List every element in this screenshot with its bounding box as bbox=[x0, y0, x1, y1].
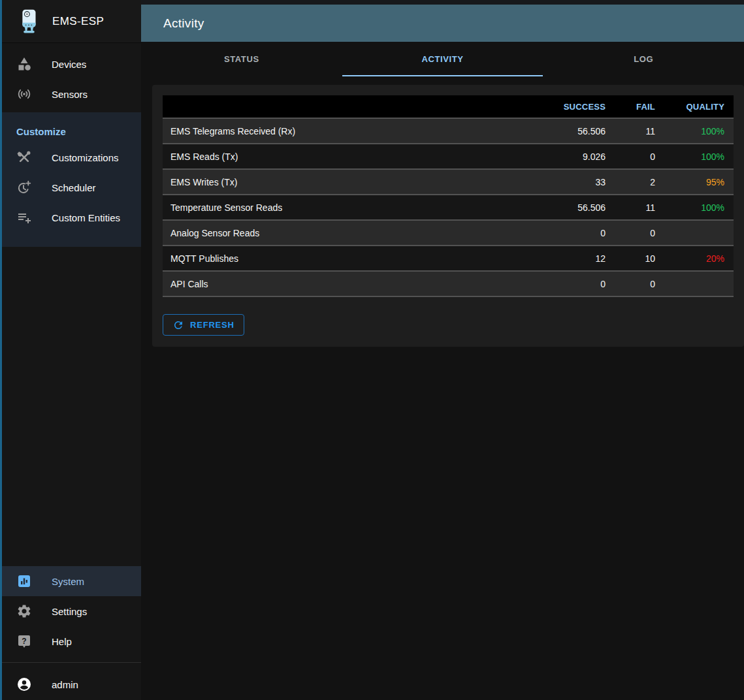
playlist-add-icon bbox=[16, 210, 32, 225]
more-time-icon bbox=[16, 180, 32, 195]
sidebar-item-label: Devices bbox=[52, 59, 86, 70]
stat-quality bbox=[655, 271, 734, 296]
table-row: EMS Writes (Tx) 33 2 95% bbox=[163, 169, 734, 195]
stat-label: API Calls bbox=[163, 271, 514, 296]
stat-fail: 2 bbox=[606, 169, 655, 195]
col-fail: FAIL bbox=[606, 95, 655, 118]
refresh-icon bbox=[172, 319, 184, 331]
stat-label: MQTT Publishes bbox=[163, 246, 514, 271]
sidebar-item-system[interactable]: System bbox=[2, 566, 141, 596]
sensors-icon bbox=[16, 86, 32, 102]
stat-success: 0 bbox=[514, 271, 606, 296]
sidebar-item-label: Scheduler bbox=[52, 182, 96, 193]
stat-success: 33 bbox=[514, 169, 606, 195]
brand: EMS-ESP bbox=[2, 0, 141, 43]
table-row: Analog Sensor Reads 0 0 bbox=[163, 220, 734, 246]
sidebar-item-devices[interactable]: Devices bbox=[2, 49, 141, 79]
stat-quality: 100% bbox=[655, 118, 734, 144]
appbar: Activity bbox=[141, 5, 744, 42]
sidebar-item-label: Sensors bbox=[52, 89, 88, 100]
table-row: Temperature Sensor Reads 56.506 11 100% bbox=[163, 195, 734, 220]
stat-fail: 0 bbox=[606, 220, 655, 246]
stat-label: Analog Sensor Reads bbox=[163, 220, 514, 246]
account-circle-icon bbox=[16, 676, 32, 692]
col-quality: QUALITY bbox=[655, 95, 734, 118]
sidebar-top-group: Devices Sensors bbox=[2, 43, 141, 109]
user-label: admin bbox=[52, 679, 78, 690]
sidebar-spacer bbox=[2, 247, 141, 566]
sidebar: EMS-ESP Devices Sensors Customize bbox=[2, 0, 141, 700]
stat-fail: 11 bbox=[606, 195, 655, 220]
tab-label: LOG bbox=[634, 54, 653, 64]
stat-label: EMS Writes (Tx) bbox=[163, 169, 514, 195]
stat-quality bbox=[655, 220, 734, 246]
sidebar-item-label: Settings bbox=[52, 606, 87, 617]
help-icon: ? bbox=[16, 633, 32, 649]
page-title: Activity bbox=[163, 16, 204, 31]
sidebar-item-customizations[interactable]: Customizations bbox=[2, 142, 141, 172]
tab-label: STATUS bbox=[224, 54, 259, 64]
gear-icon bbox=[16, 603, 32, 619]
stat-fail: 10 bbox=[606, 246, 655, 271]
table-row: EMS Reads (Tx) 9.026 0 100% bbox=[163, 144, 734, 169]
stat-label: EMS Telegrams Received (Rx) bbox=[163, 118, 514, 144]
stat-quality: 100% bbox=[655, 195, 734, 220]
col-blank bbox=[163, 95, 514, 118]
sidebar-bottom-group: System Settings ? Help bbox=[2, 566, 141, 656]
stat-success: 0 bbox=[514, 220, 606, 246]
sidebar-item-label: Customizations bbox=[52, 152, 119, 163]
activity-card: SUCCESS FAIL QUALITY EMS Telegrams Recei… bbox=[152, 85, 744, 347]
tab-indicator bbox=[342, 75, 543, 76]
sidebar-item-sensors[interactable]: Sensors bbox=[2, 79, 141, 109]
stat-fail: 0 bbox=[606, 271, 655, 296]
tab-bar: STATUS ACTIVITY LOG bbox=[141, 42, 744, 76]
tab-status[interactable]: STATUS bbox=[141, 42, 342, 76]
main-area: Activity STATUS ACTIVITY LOG SUCCESS FAI… bbox=[141, 0, 744, 700]
table-row: MQTT Publishes 12 10 20% bbox=[163, 246, 734, 271]
sidebar-item-label: Help bbox=[52, 636, 72, 647]
table-row: API Calls 0 0 bbox=[163, 271, 734, 296]
stat-success: 12 bbox=[514, 246, 606, 271]
table-row: EMS Telegrams Received (Rx) 56.506 11 10… bbox=[163, 118, 734, 144]
stat-success: 56.506 bbox=[514, 118, 606, 144]
tab-label: ACTIVITY bbox=[421, 54, 463, 64]
stat-success: 9.026 bbox=[514, 144, 606, 169]
sidebar-item-label: Custom Entities bbox=[52, 212, 120, 223]
sidebar-item-label: System bbox=[52, 576, 84, 587]
tab-activity[interactable]: ACTIVITY bbox=[342, 42, 543, 76]
stat-label: Temperature Sensor Reads bbox=[163, 195, 514, 220]
stat-quality: 20% bbox=[655, 246, 734, 271]
category-icon bbox=[16, 56, 32, 72]
customize-section: Customize Customizations Schedul bbox=[2, 112, 141, 247]
stat-quality: 100% bbox=[655, 144, 734, 169]
analytics-icon bbox=[16, 573, 32, 589]
stat-quality: 95% bbox=[655, 169, 734, 195]
sidebar-item-user[interactable]: admin bbox=[2, 669, 141, 700]
refresh-button[interactable]: REFRESH bbox=[163, 314, 244, 336]
sidebar-item-settings[interactable]: Settings bbox=[2, 596, 141, 626]
brand-title: EMS-ESP bbox=[52, 15, 104, 28]
customize-section-title: Customize bbox=[2, 120, 141, 142]
svg-text:?: ? bbox=[22, 637, 26, 646]
sidebar-item-scheduler[interactable]: Scheduler bbox=[2, 172, 141, 202]
boiler-logo-icon bbox=[15, 7, 42, 37]
tab-log[interactable]: LOG bbox=[543, 42, 744, 76]
sidebar-item-help[interactable]: ? Help bbox=[2, 626, 141, 656]
col-success: SUCCESS bbox=[514, 95, 606, 118]
sidebar-divider bbox=[2, 662, 141, 663]
stat-label: EMS Reads (Tx) bbox=[163, 144, 514, 169]
table-header-row: SUCCESS FAIL QUALITY bbox=[163, 95, 734, 118]
activity-table: SUCCESS FAIL QUALITY EMS Telegrams Recei… bbox=[163, 95, 734, 297]
refresh-button-label: REFRESH bbox=[190, 320, 235, 330]
window-top-strip bbox=[141, 0, 744, 5]
stat-success: 56.506 bbox=[514, 195, 606, 220]
stat-fail: 11 bbox=[606, 118, 655, 144]
sidebar-item-custom-entities[interactable]: Custom Entities bbox=[2, 202, 141, 232]
stat-fail: 0 bbox=[606, 144, 655, 169]
construction-icon bbox=[16, 150, 32, 165]
